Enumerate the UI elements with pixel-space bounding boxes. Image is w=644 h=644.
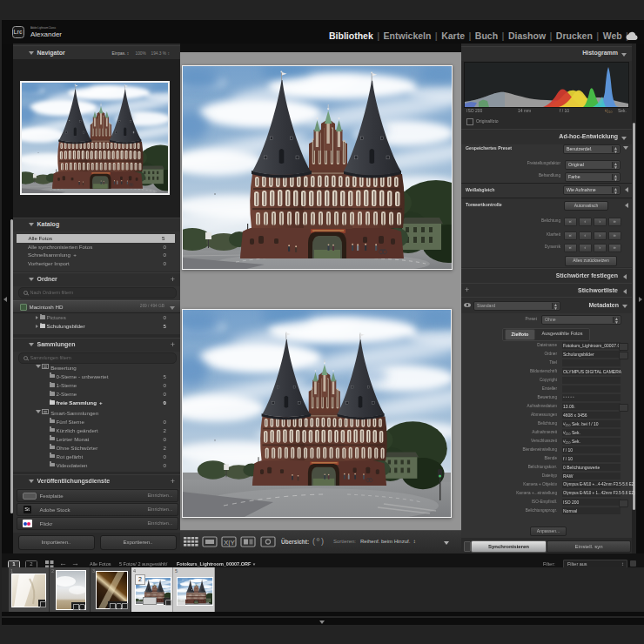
svg-text:X|Y: X|Y xyxy=(224,539,235,547)
